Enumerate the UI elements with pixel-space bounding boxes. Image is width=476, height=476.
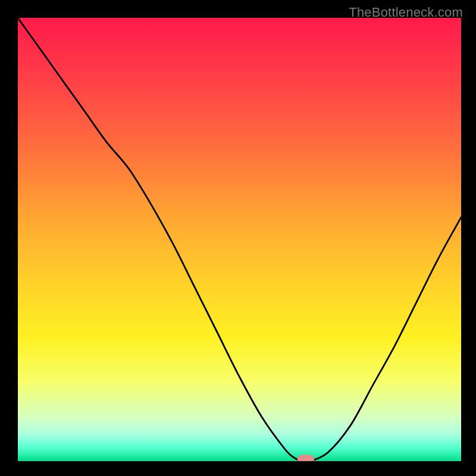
optimal-point-marker [298,455,314,462]
chart-container: TheBottleneck.com [0,0,476,476]
line-plot [18,18,461,461]
bottleneck-curve-path [18,18,461,461]
plot-area [18,18,461,461]
